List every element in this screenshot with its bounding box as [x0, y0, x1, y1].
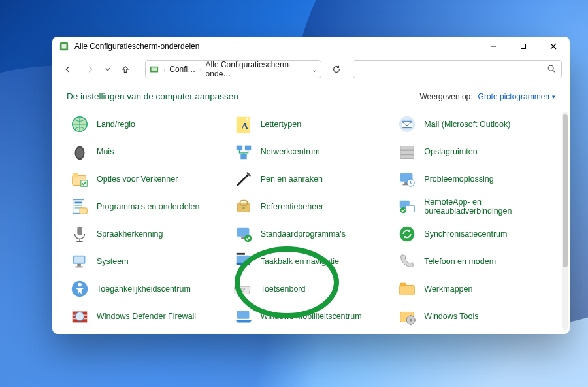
item-label: Werkmappen: [424, 284, 472, 294]
control-panel-item[interactable]: Pen en aanraken: [231, 165, 392, 193]
svg-rect-17: [236, 146, 242, 151]
svg-point-47: [400, 227, 415, 242]
svg-rect-21: [400, 150, 414, 154]
svg-rect-58: [235, 288, 237, 290]
item-label: Pen en aanraken: [261, 175, 323, 184]
svg-rect-31: [75, 202, 82, 204]
svg-point-56: [78, 283, 82, 287]
titlebar: Alle Configuratiescherm-onderdelen: [52, 37, 570, 56]
svg-rect-39: [406, 205, 414, 212]
svg-line-9: [553, 70, 555, 72]
chevron-down-icon[interactable]: ⌄: [312, 66, 317, 73]
ease-icon: [69, 278, 90, 299]
font-icon: A: [233, 114, 254, 135]
control-panel-item[interactable]: Windows Tools: [394, 303, 555, 330]
navigation-bar: › Confi… › Alle Configuratiescherm-onde……: [52, 56, 570, 82]
search-icon[interactable]: [547, 64, 556, 75]
search-box[interactable]: [353, 60, 562, 78]
control-panel-item[interactable]: Synchronisatiecentrum: [394, 220, 555, 248]
control-panel-item[interactable]: Mail (Microsoft Outlook): [394, 110, 555, 138]
breadcrumb-part[interactable]: Confi…: [169, 65, 195, 74]
control-panel-item[interactable]: Windows Mobiliteitscentrum: [231, 303, 392, 330]
mail-icon: [397, 114, 417, 135]
window-title: Alle Configuratiescherm-onderdelen: [74, 42, 478, 51]
phone-icon: [397, 251, 417, 272]
view-dropdown[interactable]: Grote pictogrammen ▾: [478, 92, 555, 101]
control-panel-item[interactable]: Muis: [67, 138, 228, 165]
breadcrumb-part[interactable]: Alle Configuratiescherm-onde…: [206, 60, 309, 78]
control-panel-item[interactable]: Systeem: [67, 248, 228, 275]
item-label: RemoteApp- en bureaubladverbindingen: [424, 197, 553, 216]
item-label: Windows Defender Firewall: [97, 312, 196, 321]
folderopt-icon: [69, 169, 90, 190]
svg-point-71: [75, 312, 84, 320]
maximize-button[interactable]: [508, 37, 538, 56]
svg-rect-57: [234, 286, 250, 294]
svg-rect-18: [245, 146, 251, 151]
search-input[interactable]: [359, 65, 547, 74]
item-label: Synchronisatiecentrum: [424, 229, 507, 239]
control-panel-item[interactable]: Toegankelijkheidscentrum: [67, 275, 228, 303]
svg-point-75: [410, 319, 412, 322]
svg-rect-72: [237, 311, 249, 319]
svg-rect-24: [73, 173, 78, 177]
control-panel-item[interactable]: Standaardprogramma's: [231, 220, 392, 248]
control-panel-item[interactable]: Probleemoplossing: [394, 165, 555, 193]
control-panel-icon: [150, 64, 159, 75]
control-panel-item[interactable]: Taakbalk en navigatie: [231, 248, 392, 275]
svg-rect-19: [240, 154, 246, 160]
svg-rect-61: [243, 288, 245, 290]
control-panel-item[interactable]: Referentiebeheer: [231, 193, 392, 220]
programs-icon: [69, 196, 90, 217]
close-button[interactable]: [538, 37, 568, 56]
control-panel-item[interactable]: Opties voor Verkenner: [67, 165, 228, 193]
back-button[interactable]: [57, 60, 78, 78]
item-label: Standaardprogramma's: [261, 229, 346, 239]
svg-text:A: A: [241, 121, 248, 131]
sync-icon: [397, 224, 417, 244]
svg-point-37: [242, 207, 245, 209]
minimize-button[interactable]: [478, 37, 508, 56]
control-panel-item[interactable]: RemoteApp- en bureaubladverbindingen: [394, 193, 555, 220]
item-label: Land/regio: [97, 120, 135, 129]
svg-rect-32: [75, 205, 82, 206]
control-panel-item[interactable]: Toetsenbord: [231, 275, 392, 303]
forward-button[interactable]: [80, 60, 101, 78]
trouble-icon: [397, 169, 417, 190]
mic-icon: [69, 224, 90, 244]
control-panel-item[interactable]: Telefoon en modem: [394, 248, 555, 275]
svg-rect-53: [236, 263, 250, 265]
keyboard-icon: [233, 278, 254, 299]
up-button[interactable]: [115, 60, 136, 78]
item-label: Windows Tools: [424, 312, 478, 321]
item-label: Netwerkcentrum: [261, 147, 320, 156]
control-panel-item[interactable]: Programma's en onderdelen: [67, 193, 228, 220]
cred-icon: [233, 196, 254, 217]
control-panel-item[interactable]: ALettertypen: [231, 110, 392, 138]
control-panel-item[interactable]: Spraakherkenning: [67, 220, 228, 248]
breadcrumb[interactable]: › Confi… › Alle Configuratiescherm-onde……: [145, 60, 321, 78]
item-label: Opties voor Verkenner: [97, 175, 178, 184]
item-label: Mail (Microsoft Outlook): [424, 120, 510, 129]
item-label: Toegankelijkheidscentrum: [97, 284, 191, 294]
mobility-icon: [233, 306, 254, 327]
item-label: Lettertypen: [261, 120, 302, 129]
globe-icon: [69, 114, 90, 135]
refresh-button[interactable]: [327, 60, 346, 78]
control-panel-item[interactable]: Land/regio: [67, 110, 228, 138]
scrollbar-thumb[interactable]: [563, 114, 568, 267]
workfold-icon: [397, 278, 417, 299]
item-label: Telefoon en modem: [424, 257, 496, 266]
control-panel-item[interactable]: Netwerkcentrum: [231, 138, 392, 165]
control-panel-item[interactable]: Windows Defender Firewall: [67, 303, 228, 330]
control-panel-item[interactable]: Werkmappen: [394, 275, 555, 303]
item-label: Opslagruimten: [424, 147, 477, 156]
firewall-icon: [69, 306, 90, 327]
scrollbar[interactable]: [562, 112, 568, 330]
page-title: De instellingen van de computer aanpasse…: [67, 92, 238, 101]
recent-locations-button[interactable]: [102, 60, 114, 78]
remote-icon: [397, 196, 417, 217]
item-label: Systeem: [97, 257, 129, 266]
item-label: Windows Mobiliteitscentrum: [261, 312, 362, 321]
control-panel-item[interactable]: Opslagruimten: [394, 138, 555, 165]
